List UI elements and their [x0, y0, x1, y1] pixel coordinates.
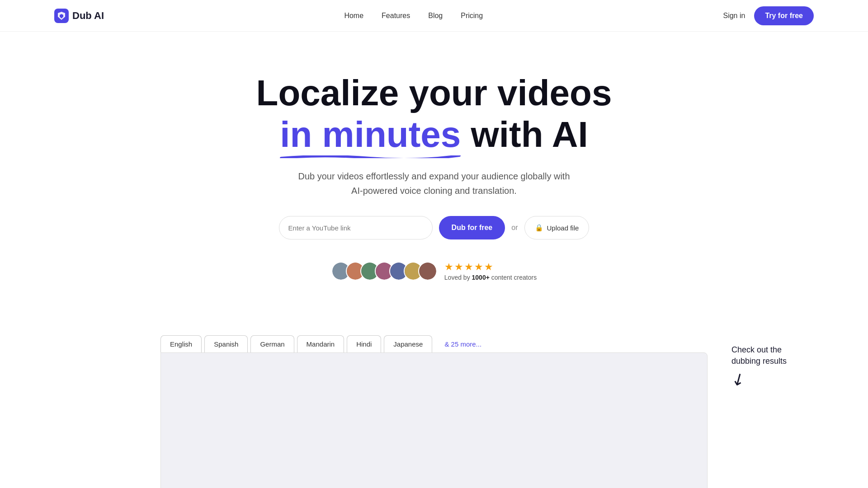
lock-icon: 🔒	[535, 224, 543, 232]
creator-count: 1000+	[472, 274, 490, 281]
try-free-button[interactable]: Try for free	[754, 6, 814, 25]
hero-title-line2: in minutes with AI	[90, 114, 778, 155]
nav-links: Home Features Blog Pricing	[344, 12, 483, 20]
hero-suffix: with AI	[471, 114, 588, 155]
avatar	[418, 262, 437, 281]
stars-section: ★★★★★ Loved by 1000+ content creators	[444, 261, 537, 281]
tab-spanish[interactable]: Spanish	[204, 335, 248, 352]
annotation: Check out thedubbing results ↙	[731, 344, 787, 389]
demo-section: English Spanish German Mandarin Hindi Ja…	[0, 335, 868, 488]
tab-hindi[interactable]: Hindi	[347, 335, 381, 352]
or-separator: or	[511, 224, 518, 232]
social-proof: ★★★★★ Loved by 1000+ content creators	[90, 261, 778, 281]
loved-text: Loved by 1000+ content creators	[444, 274, 537, 281]
hero-highlight: in minutes	[280, 114, 461, 155]
nav-actions: Sign in Try for free	[723, 6, 814, 25]
brand-logo[interactable]: Dub AI	[54, 9, 104, 23]
brand-name: Dub AI	[72, 10, 104, 22]
nav-home[interactable]: Home	[344, 12, 363, 20]
upload-file-button[interactable]: 🔒 Upload file	[524, 216, 590, 239]
sign-in-button[interactable]: Sign in	[723, 12, 745, 20]
youtube-input[interactable]	[279, 216, 433, 239]
nav-features[interactable]: Features	[382, 12, 410, 20]
nav-pricing[interactable]: Pricing	[461, 12, 483, 20]
tab-english[interactable]: English	[160, 335, 202, 352]
hero-section: Localize your videos in minutes with AI …	[0, 32, 868, 335]
navbar: Dub AI Home Features Blog Pricing Sign i…	[0, 0, 868, 32]
hero-subtitle: Dub your videos effortlessly and expand …	[90, 169, 778, 198]
tab-more-languages[interactable]: & 25 more...	[435, 335, 491, 352]
cta-row: Dub for free or 🔒 Upload file	[90, 216, 778, 239]
language-tabs: English Spanish German Mandarin Hindi Ja…	[160, 335, 708, 352]
logo-icon	[54, 9, 69, 23]
avatars-group	[331, 262, 437, 281]
tab-japanese[interactable]: Japanese	[384, 335, 432, 352]
hero-title-line1: Localize your videos	[90, 72, 778, 114]
tab-mandarin[interactable]: Mandarin	[297, 335, 344, 352]
nav-blog[interactable]: Blog	[428, 12, 443, 20]
video-player-area	[160, 352, 708, 488]
tab-german[interactable]: German	[250, 335, 294, 352]
star-rating: ★★★★★	[444, 261, 494, 273]
annotation-arrow-icon: ↙	[727, 368, 749, 391]
annotation-text: Check out thedubbing results	[731, 344, 787, 367]
dub-for-free-button[interactable]: Dub for free	[439, 216, 505, 239]
